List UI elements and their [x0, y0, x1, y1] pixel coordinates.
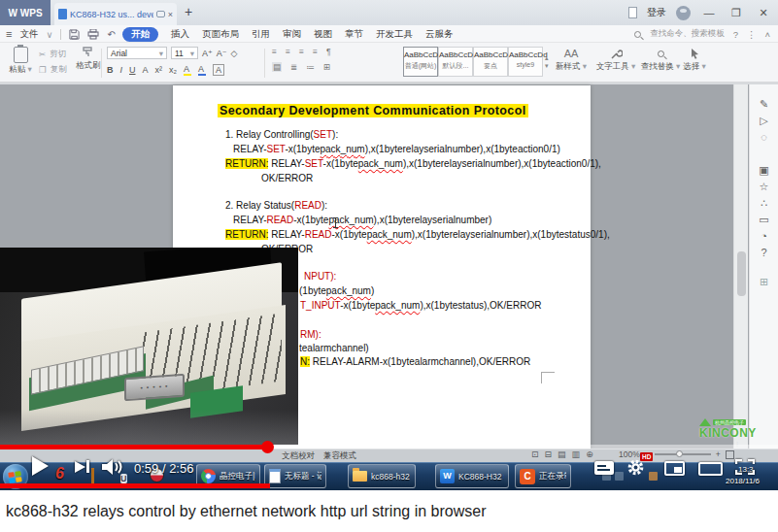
help-icon[interactable]: ?: [733, 29, 738, 40]
cut-button[interactable]: 剪切: [50, 49, 66, 60]
scrollbar-thumb[interactable]: [737, 251, 746, 296]
close-button[interactable]: ✕: [755, 7, 772, 19]
picture-icon[interactable]: ▣: [759, 164, 768, 181]
tab-dev-tools[interactable]: 开发工具: [376, 28, 413, 41]
avatar[interactable]: [676, 6, 691, 20]
find-replace-button[interactable]: 查找替换 ▾: [639, 46, 682, 73]
new-tab-button[interactable]: +: [185, 4, 192, 19]
format-painter-button[interactable]: 格式刷: [76, 60, 101, 70]
minimize-button[interactable]: —: [700, 7, 718, 18]
tab-view[interactable]: 视图: [314, 28, 332, 41]
theater-mode-button[interactable]: [698, 462, 723, 476]
video-frame[interactable]: W WPS KC868-H32 us... development × + 登录…: [0, 0, 778, 490]
tab-close-icon[interactable]: ×: [168, 10, 173, 19]
wps-ribbon: 粘贴 ▾ ✂剪切 ❐复制 格式刷 Arial▾ 11▾ A⁺ A⁻ ◇: [0, 43, 778, 83]
tab-cloud[interactable]: 云服务: [425, 28, 454, 41]
paragraph-mark-icon[interactable]: ¶: [326, 47, 331, 56]
volume-button[interactable]: [101, 458, 126, 480]
doc-line: T_INPUT-x(1bytepack_num),x(1bytestatus),…: [300, 300, 541, 311]
align-left-icon[interactable]: ▤: [272, 62, 282, 72]
save-icon[interactable]: [69, 29, 80, 40]
tab-home[interactable]: 开始: [122, 27, 158, 42]
highlight-button[interactable]: A: [184, 64, 191, 76]
settings-gear-icon[interactable]: [626, 458, 645, 481]
divider: [60, 29, 61, 40]
copy-button[interactable]: 复制: [51, 64, 67, 76]
kebab-icon[interactable]: ⋮: [747, 29, 757, 40]
subtitles-button[interactable]: [594, 461, 614, 475]
copy-icon[interactable]: ❐: [39, 65, 47, 75]
undo-icon[interactable]: ↶: [107, 29, 115, 40]
edit-pen-icon[interactable]: ✎: [760, 98, 768, 115]
search-icon[interactable]: [634, 31, 641, 38]
vertical-scrollbar[interactable]: [733, 84, 748, 450]
tab-insert[interactable]: 插入: [171, 28, 189, 41]
kincony-badge: 杭州晶控电子: [713, 419, 746, 425]
collapse-ribbon-icon[interactable]: ˄: [764, 29, 770, 40]
style-default-para[interactable]: AaBbCcDd默认段...: [438, 47, 473, 77]
font-name-select[interactable]: Arial▾: [107, 47, 167, 59]
shrink-font-button[interactable]: A⁻: [217, 49, 227, 58]
char-border-button[interactable]: A: [213, 64, 224, 76]
hamburger-icon[interactable]: ≡: [6, 28, 12, 40]
font-size-select[interactable]: 11▾: [171, 47, 198, 59]
number-list-icon[interactable]: ≡: [286, 47, 290, 56]
cut-icon[interactable]: ✂: [39, 50, 46, 59]
player-controls: 0:59 / 2:56 HD: [0, 451, 778, 486]
history-icon[interactable]: ◔: [761, 230, 767, 247]
select-arrow-icon[interactable]: ▷: [760, 115, 767, 131]
wps-logo-letter: W: [8, 8, 17, 18]
doc-title: Secondary Development Communication Prot…: [218, 104, 528, 117]
style-normal-web[interactable]: AaBbCcDc普通(网站): [403, 47, 438, 77]
clear-format-button[interactable]: ◇: [231, 49, 238, 58]
font-color-button[interactable]: A: [198, 64, 206, 76]
bullet-list-icon[interactable]: ≡: [272, 47, 277, 56]
fullscreen-button[interactable]: [735, 459, 755, 479]
next-button[interactable]: [75, 460, 89, 473]
doc-page-icon[interactable]: [628, 7, 637, 18]
miniplayer-button[interactable]: [664, 461, 685, 476]
subscript-button[interactable]: x₂: [169, 65, 177, 75]
borders-icon[interactable]: ⊞: [323, 62, 330, 72]
paste-button[interactable]: 粘贴: [9, 64, 25, 74]
underline-button[interactable]: U: [129, 65, 136, 75]
italic-button[interactable]: I: [120, 65, 123, 75]
grow-font-button[interactable]: A⁺: [202, 49, 213, 58]
video-title-caption: kc868-h32 relays control by ethernet net…: [0, 490, 778, 532]
command-search[interactable]: 查找命令、搜索模板: [650, 28, 725, 40]
help-icon[interactable]: ?: [761, 247, 766, 263]
text-tools-button[interactable]: 文字工具 ▾: [594, 46, 637, 73]
wps-logo[interactable]: W WPS: [0, 0, 51, 25]
file-menu[interactable]: 文件: [19, 28, 38, 41]
indent-decrease-icon[interactable]: ≡: [299, 47, 304, 56]
login-button[interactable]: 登录: [647, 6, 666, 19]
tab-review[interactable]: 审阅: [283, 28, 301, 41]
shading-icon[interactable]: ≔: [306, 62, 315, 72]
bold-button[interactable]: B: [107, 65, 114, 75]
document-tab[interactable]: KC868-H32 us... development ×: [54, 3, 177, 25]
font-effect-button[interactable]: A: [143, 65, 149, 75]
play-button[interactable]: [32, 456, 49, 476]
video-progress-bar[interactable]: [0, 445, 778, 449]
select-button[interactable]: 选择 ▾: [680, 46, 709, 73]
paste-icon[interactable]: [14, 47, 28, 63]
print-icon[interactable]: [87, 29, 99, 40]
shape-icon[interactable]: ◌: [761, 131, 767, 148]
style-style9[interactable]: AaBbCcDdstyle9: [508, 47, 543, 77]
new-style-button[interactable]: AA 新样式 ▾: [552, 46, 591, 73]
file-chevron-icon: ∨: [46, 29, 52, 40]
star-icon[interactable]: ☆: [760, 181, 769, 197]
style-keypoint[interactable]: AaBbCcDd要点: [473, 47, 508, 77]
tab-section[interactable]: 章节: [345, 28, 363, 41]
line-spacing-icon[interactable]: ≣: [290, 62, 297, 72]
restore-button[interactable]: ❐: [727, 7, 745, 19]
style-gallery-scroll[interactable]: ▴▾: [543, 47, 549, 77]
tab-references[interactable]: 引用: [252, 28, 270, 41]
indent-increase-icon[interactable]: ≡: [313, 47, 318, 56]
grid-icon[interactable]: ⊞: [760, 276, 768, 292]
share-icon[interactable]: ∴: [761, 197, 767, 214]
panel-icon[interactable]: ▭: [759, 214, 768, 230]
superscript-button[interactable]: x²: [155, 65, 163, 75]
tab-page-layout[interactable]: 页面布局: [202, 28, 239, 41]
format-painter-icon[interactable]: [76, 43, 101, 60]
